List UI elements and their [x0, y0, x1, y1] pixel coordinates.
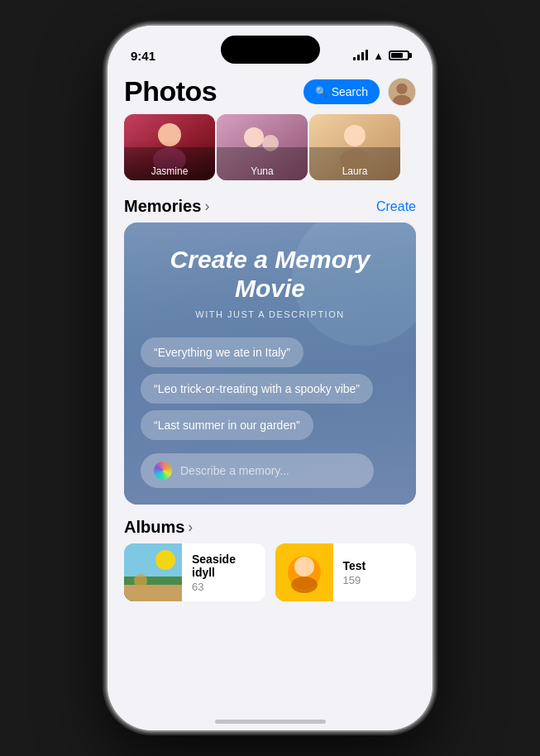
dynamic-island	[221, 36, 320, 64]
album-thumb-seaside	[124, 543, 182, 601]
album-count-0: 63	[192, 581, 256, 593]
wifi-icon: ▲	[373, 50, 384, 62]
person-name-jasmine: Jasmine	[124, 165, 215, 177]
status-time: 9:41	[131, 49, 155, 63]
person-yuna[interactable]: Yuna	[217, 114, 308, 180]
albums-row: Seaside idyll 63 Test	[124, 543, 416, 601]
search-icon: 🔍	[315, 86, 327, 98]
describe-placeholder: Describe a memory...	[180, 464, 289, 477]
svg-point-26	[291, 577, 318, 593]
search-label: Search	[332, 85, 368, 98]
album-card-1[interactable]: Test 159	[275, 543, 417, 601]
memory-card-title: Create a Memory Movie	[141, 246, 399, 303]
suggestion-chip-2[interactable]: “Last summer in our garden”	[141, 410, 313, 440]
person-jasmine[interactable]: Jasmine	[124, 114, 215, 180]
signal-bars-icon	[353, 50, 368, 60]
status-icons: ▲	[353, 50, 409, 62]
suggestion-chip-0[interactable]: “Everything we ate in Italy”	[141, 337, 303, 367]
memory-card-content: Create a Memory Movie WITH JUST A DESCRI…	[141, 246, 399, 488]
albums-chevron-icon: ›	[188, 519, 193, 536]
person-photo-jasmine: Jasmine	[124, 114, 215, 180]
ai-icon	[154, 462, 172, 480]
album-info-1: Test 159	[343, 559, 407, 586]
memories-title[interactable]: Memories ›	[124, 197, 209, 216]
album-info-0: Seaside idyll 63	[192, 553, 256, 593]
app-title: Photos	[124, 75, 217, 108]
person-photo-laura: Laura	[309, 114, 400, 180]
memory-card[interactable]: Create a Memory Movie WITH JUST A DESCRI…	[124, 222, 416, 505]
chips-container: “Everything we ate in Italy” “Leo trick-…	[141, 337, 399, 488]
person-name-laura: Laura	[309, 165, 400, 177]
album-name-0: Seaside idyll	[192, 553, 256, 579]
battery-icon	[389, 50, 409, 60]
albums-section-header: Albums ›	[124, 518, 416, 537]
svg-point-20	[155, 550, 175, 570]
memories-chevron-icon: ›	[204, 198, 209, 215]
album-card-0[interactable]: Seaside idyll 63	[124, 543, 265, 601]
create-button[interactable]: Create	[376, 199, 416, 214]
search-button[interactable]: 🔍 Search	[303, 79, 380, 104]
person-photo-yuna: Yuna	[217, 114, 308, 180]
person-name-yuna: Yuna	[217, 165, 308, 177]
svg-rect-21	[124, 585, 182, 601]
albums-section: Albums › Sea	[108, 505, 432, 601]
phone-frame: 9:41 ▲ Photos 🔍 Search	[108, 26, 432, 730]
user-avatar[interactable]	[388, 78, 416, 106]
svg-point-22	[134, 574, 147, 587]
app-header: Photos 🔍 Search	[108, 72, 432, 114]
svg-point-1	[396, 83, 407, 93]
album-name-1: Test	[343, 559, 407, 572]
header-actions: 🔍 Search	[303, 78, 416, 106]
screen: 9:41 ▲ Photos 🔍 Search	[108, 26, 432, 730]
describe-memory-input[interactable]: Describe a memory...	[141, 453, 374, 488]
people-row: Jasmine	[108, 114, 432, 190]
album-thumb-test	[275, 543, 333, 601]
memory-card-subtitle: WITH JUST A DESCRIPTION	[141, 309, 399, 319]
home-indicator	[215, 720, 326, 724]
svg-point-12	[344, 125, 366, 146]
memories-section-header: Memories › Create	[108, 190, 432, 222]
svg-point-25	[294, 557, 314, 577]
suggestion-chip-1[interactable]: “Leo trick-or-treating with a spooky vib…	[141, 374, 373, 404]
svg-point-8	[244, 127, 264, 147]
album-count-1: 159	[343, 574, 407, 586]
albums-title[interactable]: Albums ›	[124, 518, 193, 537]
svg-point-4	[158, 123, 181, 146]
person-laura[interactable]: Laura	[309, 114, 400, 180]
